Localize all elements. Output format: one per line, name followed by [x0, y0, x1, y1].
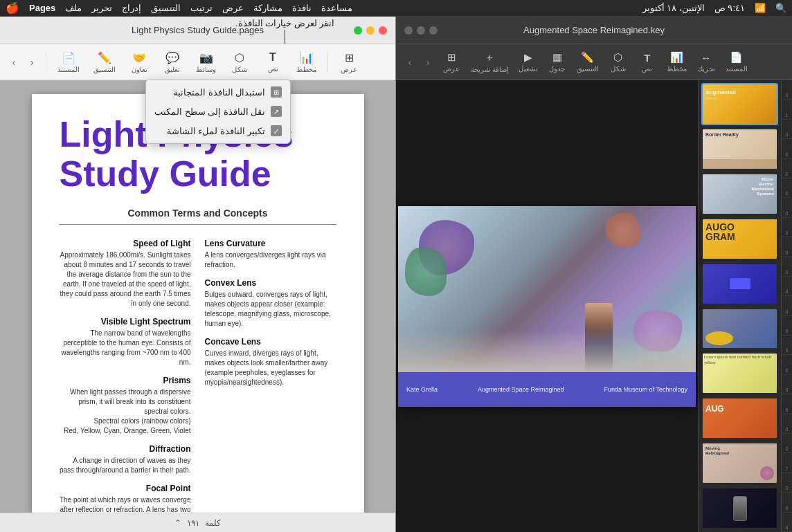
ruler-mark-9: 0 — [782, 237, 792, 257]
keynote-main: Kate Grella Augmented Space Reimagined F… — [396, 80, 792, 532]
thumb-8[interactable]: ٨ AUG — [701, 397, 778, 439]
thumb-7[interactable]: ٧ Lorem ipsum text content here small ye… — [701, 352, 778, 394]
thumb-2-label: Border Reality — [705, 132, 774, 137]
keynote-thumbnails: ١ Augmented Virtual ٢ Border Reality — [698, 80, 781, 532]
term-desc: Curves inward, diverges rays of light, m… — [205, 349, 336, 387]
back-arrow[interactable]: ‹ — [6, 54, 22, 71]
kn-view-btn[interactable]: ⊞ عرض — [438, 48, 465, 75]
kn-play-btn[interactable]: ▶ تشغيل — [514, 48, 542, 75]
menu-insert[interactable]: إدراج — [122, 3, 141, 13]
dropdown-item-desktop[interactable]: ↗ نقل النافذة إلى سطح المكتب — [146, 102, 290, 121]
forward-arrow[interactable]: › — [24, 54, 40, 71]
slide-caption-bar: Kate Grella Augmented Space Reimagined F… — [398, 372, 696, 407]
kn-table-btn[interactable]: ▦ جدول — [543, 48, 571, 75]
word-count-stepper[interactable]: ⌃ — [174, 518, 181, 528]
kn-move-label: تحريك — [697, 65, 715, 73]
toolbar-format-btn[interactable]: ✏️ التنسيق — [88, 48, 121, 76]
app-menu-pages[interactable]: Pages — [29, 3, 55, 13]
menu-view[interactable]: عرض — [222, 3, 244, 13]
wifi-icon[interactable]: 📶 — [755, 3, 766, 13]
keynote-slide-area[interactable]: Kate Grella Augmented Space Reimagined F… — [396, 80, 698, 532]
kn-doc-btn[interactable]: 📄 المستند — [721, 48, 752, 75]
term-concave-lens: Concave Lens Curves inward, diverges ray… — [205, 337, 336, 387]
document-subtitle: Common Terms and Concepts — [60, 208, 336, 219]
thumb-4[interactable]: ٤ AUGOGRAM — [701, 218, 778, 260]
term-title: Diffraction — [60, 444, 191, 454]
kn-text-btn[interactable]: T نص — [633, 49, 661, 75]
toolbar-divider-2 — [327, 52, 328, 73]
kn-move-icon: ↔ — [701, 52, 711, 64]
search-icon[interactable]: 🔍 — [775, 3, 786, 13]
kn-format-btn[interactable]: ✏️ التنسيق — [573, 48, 603, 75]
thumb-3[interactable]: ٣ Micro-Electro-MechanicalSystems — [701, 173, 778, 215]
dropdown-item-fullscreen[interactable]: ⤢ تكبير النافذة لملء الشاشة — [146, 121, 290, 140]
menu-format[interactable]: التنسيق — [151, 3, 181, 13]
ruler-mark-4: 0 — [782, 139, 792, 158]
keynote-min-btn[interactable] — [417, 26, 425, 35]
menu-window[interactable]: نافذة — [292, 3, 312, 13]
ruler-mark-5: 2 — [782, 159, 792, 178]
keynote-forward-arrow[interactable]: › — [420, 54, 436, 71]
pages-toolbar: ‹ › 📄 المستند ✏️ التنسيق 🤝 تعاون 💬 تعليق — [0, 44, 395, 80]
keynote-max-btn[interactable] — [429, 26, 438, 35]
page-document: Light Physics Study Guide Common Terms a… — [32, 94, 364, 513]
kn-format-icon: ✏️ — [581, 51, 594, 64]
keynote-window: Augmented Space Reimagined.key ‹ › ⊞ عرض… — [396, 17, 792, 532]
text-label: نص — [268, 65, 278, 73]
pages-close-btn[interactable] — [379, 26, 387, 35]
ruler-mark-17: 6 — [782, 394, 792, 414]
dropdown-item-tile[interactable]: ⊞ استبدال النافذة المتجانبة — [146, 82, 290, 102]
toolbar-media-btn[interactable]: 📷 وسائط — [190, 48, 222, 76]
slide-caption-right: Funda Museum of Technology — [604, 386, 687, 393]
thumb-9[interactable]: ٩ MovingReimagined — [701, 442, 778, 484]
menu-file[interactable]: ملف — [65, 3, 82, 13]
shape-label: شكل — [232, 66, 247, 73]
menu-help[interactable]: مساعدة — [321, 3, 352, 13]
kn-move-btn[interactable]: ↔ تحريك — [692, 49, 720, 75]
terms-grid: Speed of Light Approximately 186,000mi/s… — [60, 239, 336, 513]
apple-menu[interactable]: 🍎 — [6, 1, 19, 15]
kn-add-slide-label: إضافة شريحة — [471, 66, 509, 73]
terms-left-column: Speed of Light Approximately 186,000mi/s… — [60, 239, 191, 513]
thumb-1[interactable]: ١ Augmented Virtual — [701, 83, 778, 125]
toolbar-help-btn[interactable]: 🤝 تعاون — [124, 48, 154, 76]
chart-label: مخطط — [296, 66, 316, 73]
toolbar-shape-btn[interactable]: ⬡ شكل — [224, 48, 255, 76]
thumb-6[interactable]: ٦ — [701, 308, 778, 350]
keynote-ruler-right: 0 1 0 0 2 0 0 3 0 0 4 0 0 5 0 0 6 0 0 7 — [781, 80, 792, 532]
toolbar-chart-btn[interactable]: 📊 مخطط — [291, 48, 322, 76]
fullscreen-icon: ⤢ — [271, 125, 282, 136]
toolbar-text-btn[interactable]: T نص — [258, 48, 288, 75]
keynote-back-arrow[interactable]: ‹ — [402, 54, 418, 71]
term-desc: When light passes through a dispersive p… — [60, 387, 191, 436]
kn-chart-btn[interactable]: 📊 مخطط — [663, 48, 691, 75]
kn-text-icon: T — [644, 52, 650, 64]
ruler-mark-7: 0 — [782, 198, 792, 217]
kn-add-slide-btn[interactable]: ＋ إضافة شريحة — [467, 48, 513, 76]
thumb-10[interactable]: ١٠ — [701, 487, 778, 529]
term-focal-point: Focal Point The point at which rays or w… — [60, 484, 191, 513]
thumb-5[interactable]: ٥ — [701, 263, 778, 305]
menu-share[interactable]: مشاركة — [253, 3, 282, 13]
toolbar-comment-btn[interactable]: 💬 تعليق — [157, 48, 188, 76]
kn-shape-btn[interactable]: ⬡ شكل — [604, 48, 632, 75]
format-label: التنسيق — [93, 66, 116, 73]
word-count-label: كلمة — [205, 518, 221, 528]
toolbar-view-btn[interactable]: ⊞ عرض — [334, 48, 364, 76]
comment-icon: 💬 — [165, 51, 179, 64]
ruler-mark-2: 1 — [782, 100, 792, 119]
pages-titlebar: Light Physics Study Guide.pages — [0, 17, 395, 44]
pages-statusbar: ⌃ ١٩١ كلمة — [0, 513, 395, 532]
keynote-close-btn[interactable] — [404, 26, 413, 35]
window-options-dropdown: ⊞ استبدال النافذة المتجانبة ↗ نقل النافذ… — [145, 79, 291, 144]
pages-minimize-btn[interactable] — [366, 26, 375, 35]
thumb-2[interactable]: ٢ Border Reality — [701, 128, 778, 170]
menu-edit[interactable]: تحرير — [91, 3, 112, 13]
menu-arrange[interactable]: ترتيب — [190, 3, 213, 13]
term-prisms: Prisms When light passes through a dispe… — [60, 376, 191, 436]
kn-doc-icon: 📄 — [730, 51, 743, 64]
kn-shape-icon: ⬡ — [613, 51, 622, 64]
pages-maximize-btn[interactable] — [354, 26, 362, 35]
split-container: Light Physics Study Guide.pages ‹ › 📄 ال… — [0, 17, 792, 532]
toolbar-document-btn[interactable]: 📄 المستند — [52, 48, 85, 76]
